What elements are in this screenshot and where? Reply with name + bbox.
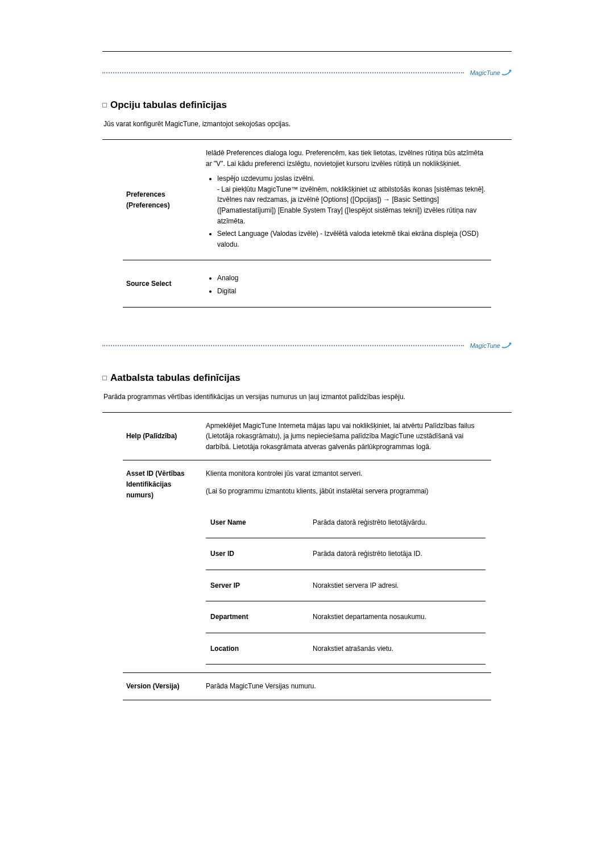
- table-row: Server IP Norakstiet servera IP adresi.: [206, 570, 486, 601]
- field-value-user-name: Parāda datorā reģistrēto lietotājvārdu.: [308, 507, 486, 538]
- square-bullet-icon: [102, 103, 107, 107]
- table-row: Source Select Analog Digital: [123, 260, 491, 307]
- table-row: Department Norakstiet departamenta nosau…: [206, 601, 486, 633]
- table-row: Version (Versija) Parāda MagicTune Versi…: [123, 673, 491, 700]
- section1-intro: Jūs varat konfigurēt MagicTune, izmantoj…: [103, 120, 512, 128]
- section-title-text: Aatbalsta tabulas definīcijas: [110, 372, 240, 384]
- section-title-support: Aatbalsta tabulas definīcijas: [102, 372, 512, 384]
- row-label-version: Version (Versija): [123, 673, 202, 700]
- field-value-department: Norakstiet departamenta nosaukumu.: [308, 601, 486, 633]
- row-content-source-select: Analog Digital: [202, 260, 491, 307]
- pref-bullet-line-1: Iespējo uzdevumu joslas izvēlni.: [217, 175, 314, 182]
- field-value-server-ip: Norakstiet servera IP adresi.: [308, 570, 486, 601]
- pref-bullet-line-2: - Lai piekļūtu MagicTune™ izvēlnēm, nokl…: [217, 185, 486, 193]
- field-label-user-id: User ID: [206, 538, 308, 570]
- table-row: User Name Parāda datorā reģistrēto lieto…: [206, 507, 486, 538]
- preferences-bullet-list: Iespējo uzdevumu joslas izvēlni. - Lai p…: [217, 173, 486, 250]
- preferences-lead-text: Ielādē Preferences dialoga logu. Prefere…: [206, 148, 486, 169]
- asset-id-fields-table: User Name Parāda datorā reģistrēto lieto…: [206, 507, 486, 665]
- table-row: Preferences (Preferences) Ielādē Prefere…: [123, 140, 491, 260]
- list-item: Analog: [217, 273, 486, 284]
- table-row: Asset ID (Vērtības Identifikācijas numur…: [123, 460, 491, 673]
- list-item: Digital: [217, 286, 486, 297]
- table-row: Help (Palīdzība) Apmeklējiet MagicTune I…: [123, 413, 491, 460]
- field-label-server-ip: Server IP: [206, 570, 308, 601]
- asset-id-intro-2: (Lai šo programmu izmantotu klients, jāb…: [206, 486, 486, 497]
- field-value-user-id: Parāda datorā reģistrēto lietotāja ID.: [308, 538, 486, 570]
- top-horizontal-rule: [102, 51, 512, 52]
- field-value-location: Norakstiet atrašanās vietu.: [308, 633, 486, 665]
- field-label-location: Location: [206, 633, 308, 665]
- section-title-options: Opciju tabulas definīcijas: [102, 99, 512, 111]
- magictune-logo: MagicTune: [464, 69, 512, 77]
- row-label-preferences: Preferences (Preferences): [123, 140, 202, 260]
- swoosh-icon: [501, 69, 512, 77]
- row-content-version: Parāda MagicTune Versijas numuru.: [202, 673, 491, 700]
- square-bullet-icon: [102, 376, 107, 380]
- table-row: Location Norakstiet atrašanās vietu.: [206, 633, 486, 665]
- table-row: User ID Parāda datorā reģistrēto lietotā…: [206, 538, 486, 570]
- pref-bullet-line-3: Izvēlnes nav redzamas, ja izvēlnē [Optio…: [217, 196, 476, 225]
- list-item: Iespējo uzdevumu joslas izvēlni. - Lai p…: [217, 173, 486, 226]
- divider-with-logo: MagicTune: [102, 69, 512, 77]
- row-content-asset-id: Klienta monitora kontrolei jūs varat izm…: [202, 460, 491, 673]
- swoosh-icon: [501, 342, 512, 350]
- logo-text: MagicTune: [470, 69, 500, 76]
- list-item: Select Language (Valodas izvēle) - Izvēl…: [217, 229, 486, 250]
- dotted-line: [102, 72, 464, 73]
- source-select-list: Analog Digital: [217, 273, 486, 296]
- row-label-help: Help (Palīdzība): [123, 413, 202, 460]
- asset-id-intro-1: Klienta monitora kontrolei jūs varat izm…: [206, 468, 486, 479]
- field-label-department: Department: [206, 601, 308, 633]
- row-content-help: Apmeklējiet MagicTune Interneta mājas la…: [202, 413, 491, 460]
- row-label-asset-id: Asset ID (Vērtības Identifikācijas numur…: [123, 460, 202, 673]
- row-label-source-select: Source Select: [123, 260, 202, 307]
- logo-text: MagicTune: [470, 342, 500, 349]
- svg-point-1: [509, 342, 512, 344]
- section2-intro: Parāda programmas vērtības identifikācij…: [103, 393, 512, 401]
- row-content-preferences: Ielādē Preferences dialoga logu. Prefere…: [202, 140, 491, 260]
- divider-with-logo: MagicTune: [102, 342, 512, 350]
- options-definition-table: Preferences (Preferences) Ielādē Prefere…: [123, 140, 491, 308]
- support-definition-table: Help (Palīdzība) Apmeklējiet MagicTune I…: [123, 413, 491, 701]
- field-label-user-name: User Name: [206, 507, 308, 538]
- dotted-line: [102, 345, 464, 346]
- magictune-logo: MagicTune: [464, 342, 512, 350]
- svg-point-0: [509, 70, 512, 72]
- section-title-text: Opciju tabulas definīcijas: [110, 99, 227, 111]
